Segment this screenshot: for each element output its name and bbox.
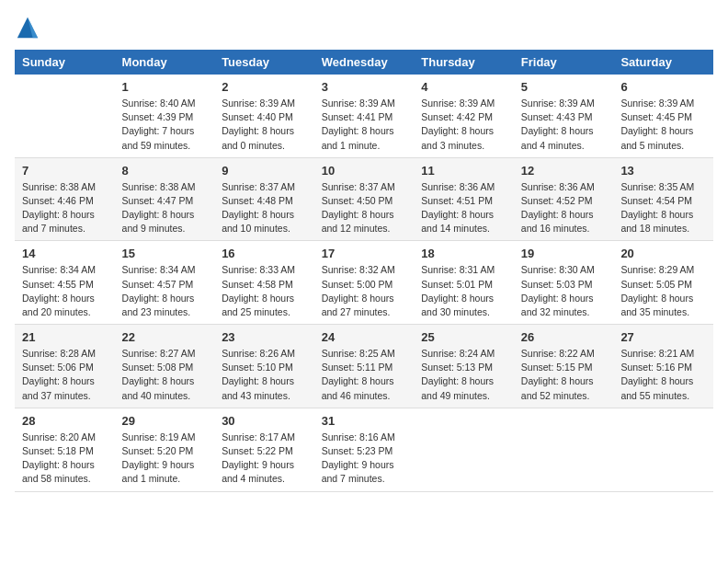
col-header-sunday: Sunday (15, 50, 115, 75)
day-info: Sunrise: 8:32 AMSunset: 5:00 PMDaylight:… (322, 263, 407, 319)
day-cell (414, 408, 514, 491)
day-number: 20 (620, 246, 706, 263)
day-info: Sunrise: 8:39 AMSunset: 4:41 PMDaylight:… (322, 97, 407, 153)
day-cell: 1Sunrise: 8:40 AMSunset: 4:39 PMDaylight… (115, 75, 215, 157)
day-number: 21 (22, 329, 108, 347)
day-cell: 12Sunrise: 8:36 AMSunset: 4:52 PMDayligh… (514, 157, 614, 241)
day-info: Sunrise: 8:38 AMSunset: 4:47 PMDaylight:… (122, 180, 208, 236)
week-row-3: 14Sunrise: 8:34 AMSunset: 4:55 PMDayligh… (15, 241, 713, 325)
day-cell: 2Sunrise: 8:39 AMSunset: 4:40 PMDaylight… (214, 75, 314, 157)
day-info: Sunrise: 8:16 AMSunset: 5:23 PMDaylight:… (322, 431, 407, 487)
day-number: 23 (222, 329, 307, 347)
day-cell (514, 408, 614, 491)
day-number: 25 (421, 329, 506, 347)
header (15, 15, 713, 40)
day-info: Sunrise: 8:36 AMSunset: 4:52 PMDaylight:… (521, 180, 607, 236)
day-info: Sunrise: 8:30 AMSunset: 5:03 PMDaylight:… (521, 263, 607, 319)
day-cell: 13Sunrise: 8:35 AMSunset: 4:54 PMDayligh… (613, 157, 713, 241)
day-number: 2 (222, 79, 307, 97)
day-cell: 3Sunrise: 8:39 AMSunset: 4:41 PMDaylight… (314, 75, 415, 157)
day-info: Sunrise: 8:17 AMSunset: 5:22 PMDaylight:… (222, 431, 307, 487)
col-header-thursday: Thursday (414, 50, 514, 75)
day-info: Sunrise: 8:24 AMSunset: 5:13 PMDaylight:… (421, 347, 506, 403)
calendar-table: SundayMondayTuesdayWednesdayThursdayFrid… (15, 50, 713, 492)
day-number: 29 (122, 413, 208, 431)
day-cell: 15Sunrise: 8:34 AMSunset: 4:57 PMDayligh… (115, 241, 215, 325)
day-number: 13 (620, 163, 706, 180)
day-cell: 26Sunrise: 8:22 AMSunset: 5:15 PMDayligh… (514, 325, 614, 408)
day-number: 22 (122, 329, 208, 347)
week-row-4: 21Sunrise: 8:28 AMSunset: 5:06 PMDayligh… (15, 325, 713, 408)
week-row-1: 1Sunrise: 8:40 AMSunset: 4:39 PMDaylight… (15, 75, 713, 157)
day-number: 4 (421, 79, 506, 97)
day-info: Sunrise: 8:39 AMSunset: 4:43 PMDaylight:… (521, 97, 607, 153)
col-header-monday: Monday (115, 50, 215, 75)
day-cell: 31Sunrise: 8:16 AMSunset: 5:23 PMDayligh… (314, 408, 415, 491)
day-info: Sunrise: 8:39 AMSunset: 4:40 PMDaylight:… (222, 97, 307, 153)
day-info: Sunrise: 8:26 AMSunset: 5:10 PMDaylight:… (222, 347, 307, 403)
day-info: Sunrise: 8:34 AMSunset: 4:55 PMDaylight:… (22, 263, 108, 319)
day-info: Sunrise: 8:34 AMSunset: 4:57 PMDaylight:… (122, 263, 208, 319)
day-cell: 6Sunrise: 8:39 AMSunset: 4:45 PMDaylight… (613, 75, 713, 157)
day-number: 9 (222, 163, 307, 180)
day-info: Sunrise: 8:38 AMSunset: 4:46 PMDaylight:… (22, 180, 108, 236)
day-number: 11 (421, 163, 506, 180)
day-number: 17 (322, 246, 407, 263)
day-cell: 14Sunrise: 8:34 AMSunset: 4:55 PMDayligh… (15, 241, 115, 325)
day-cell: 29Sunrise: 8:19 AMSunset: 5:20 PMDayligh… (115, 408, 215, 491)
day-info: Sunrise: 8:35 AMSunset: 4:54 PMDaylight:… (620, 180, 706, 236)
day-info: Sunrise: 8:19 AMSunset: 5:20 PMDaylight:… (122, 431, 208, 487)
day-cell: 24Sunrise: 8:25 AMSunset: 5:11 PMDayligh… (314, 325, 415, 408)
day-info: Sunrise: 8:27 AMSunset: 5:08 PMDaylight:… (122, 347, 208, 403)
day-number: 27 (620, 329, 706, 347)
day-info: Sunrise: 8:40 AMSunset: 4:39 PMDaylight:… (122, 97, 208, 153)
day-number: 5 (521, 79, 607, 97)
day-number: 24 (322, 329, 407, 347)
day-cell: 23Sunrise: 8:26 AMSunset: 5:10 PMDayligh… (214, 325, 314, 408)
day-number: 10 (322, 163, 407, 180)
day-cell: 11Sunrise: 8:36 AMSunset: 4:51 PMDayligh… (414, 157, 514, 241)
day-cell: 9Sunrise: 8:37 AMSunset: 4:48 PMDaylight… (214, 157, 314, 241)
day-cell (15, 75, 115, 157)
day-info: Sunrise: 8:29 AMSunset: 5:05 PMDaylight:… (620, 263, 706, 319)
day-cell: 25Sunrise: 8:24 AMSunset: 5:13 PMDayligh… (414, 325, 514, 408)
day-cell: 16Sunrise: 8:33 AMSunset: 4:58 PMDayligh… (214, 241, 314, 325)
day-number: 15 (122, 246, 208, 263)
logo-icon (15, 15, 40, 40)
day-cell: 18Sunrise: 8:31 AMSunset: 5:01 PMDayligh… (414, 241, 514, 325)
day-cell: 19Sunrise: 8:30 AMSunset: 5:03 PMDayligh… (514, 241, 614, 325)
day-cell: 17Sunrise: 8:32 AMSunset: 5:00 PMDayligh… (314, 241, 415, 325)
day-info: Sunrise: 8:37 AMSunset: 4:48 PMDaylight:… (222, 180, 307, 236)
day-info: Sunrise: 8:37 AMSunset: 4:50 PMDaylight:… (322, 180, 407, 236)
day-number: 6 (620, 79, 706, 97)
day-number: 1 (122, 79, 208, 97)
day-number: 26 (521, 329, 607, 347)
col-header-wednesday: Wednesday (314, 50, 415, 75)
day-number: 12 (521, 163, 607, 180)
day-cell: 8Sunrise: 8:38 AMSunset: 4:47 PMDaylight… (115, 157, 215, 241)
day-cell: 22Sunrise: 8:27 AMSunset: 5:08 PMDayligh… (115, 325, 215, 408)
day-info: Sunrise: 8:39 AMSunset: 4:42 PMDaylight:… (421, 97, 506, 153)
day-info: Sunrise: 8:20 AMSunset: 5:18 PMDaylight:… (22, 431, 108, 487)
day-cell (613, 408, 713, 491)
day-number: 8 (122, 163, 208, 180)
day-cell: 7Sunrise: 8:38 AMSunset: 4:46 PMDaylight… (15, 157, 115, 241)
logo (15, 15, 44, 40)
day-number: 31 (322, 413, 407, 431)
week-row-2: 7Sunrise: 8:38 AMSunset: 4:46 PMDaylight… (15, 157, 713, 241)
day-number: 18 (421, 246, 506, 263)
col-header-friday: Friday (514, 50, 614, 75)
day-cell: 4Sunrise: 8:39 AMSunset: 4:42 PMDaylight… (414, 75, 514, 157)
day-info: Sunrise: 8:21 AMSunset: 5:16 PMDaylight:… (620, 347, 706, 403)
day-info: Sunrise: 8:25 AMSunset: 5:11 PMDaylight:… (322, 347, 407, 403)
day-number: 28 (22, 413, 108, 431)
day-cell: 5Sunrise: 8:39 AMSunset: 4:43 PMDaylight… (514, 75, 614, 157)
day-number: 7 (22, 163, 108, 180)
day-cell: 30Sunrise: 8:17 AMSunset: 5:22 PMDayligh… (214, 408, 314, 491)
day-number: 30 (222, 413, 307, 431)
col-header-tuesday: Tuesday (214, 50, 314, 75)
day-info: Sunrise: 8:33 AMSunset: 4:58 PMDaylight:… (222, 263, 307, 319)
header-row: SundayMondayTuesdayWednesdayThursdayFrid… (15, 50, 713, 75)
day-info: Sunrise: 8:28 AMSunset: 5:06 PMDaylight:… (22, 347, 108, 403)
day-number: 19 (521, 246, 607, 263)
